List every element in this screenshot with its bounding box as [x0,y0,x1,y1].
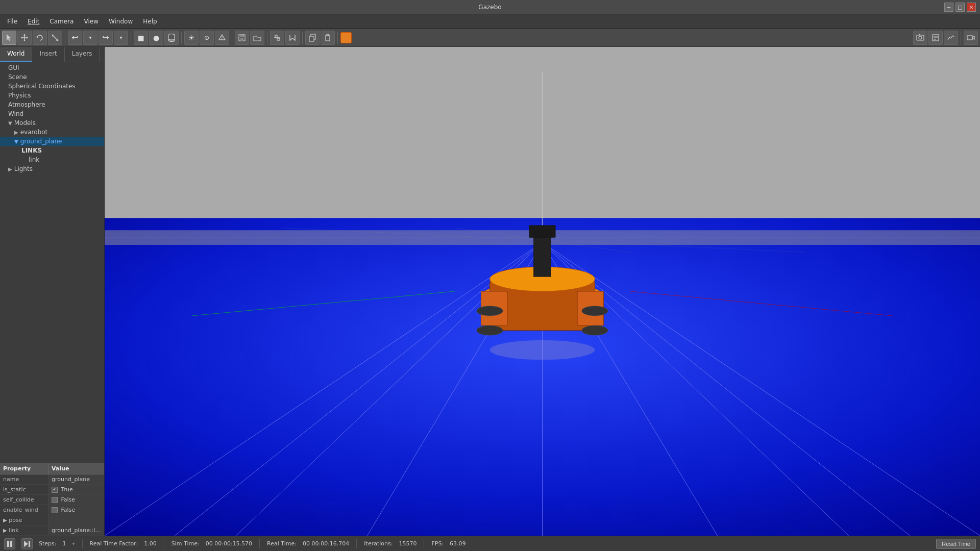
menu-file[interactable]: File [2,16,22,27]
translate-tool-button[interactable] [17,31,32,45]
tree-item-wind[interactable]: Wind [0,109,104,118]
sim-time-value: 00 00:00:15.570 [206,540,252,547]
rtf-label: Real Time Factor: [90,540,138,547]
menu-view[interactable]: View [79,16,103,27]
tree-item-models[interactable]: ▼ Models [0,118,104,128]
app-title: Gazebo [478,4,501,11]
steps-label: Steps: [39,540,56,547]
tree-item-links[interactable]: LINKS [0,146,104,155]
toolbar-separator-3 [181,32,182,44]
is-static-checkbox[interactable] [52,487,58,493]
menu-edit[interactable]: Edit [22,16,44,27]
real-time-value: 00 00:00:16.704 [303,540,349,547]
svg-rect-75 [10,541,12,547]
minimize-button[interactable]: ─ [944,3,953,12]
close-button[interactable]: ✕ [967,3,976,12]
status-sep-1 [82,539,83,548]
scene-svg [105,47,980,536]
property-panel: Property Value name ground_plane is_stat… [0,463,104,536]
3d-viewport[interactable] [105,47,980,536]
tree-item-ground-plane[interactable]: ▼ ground_plane [0,137,104,146]
svg-rect-30 [919,34,920,35]
svg-marker-3 [23,40,26,41]
tab-layers[interactable]: Layers [65,47,100,62]
screenshot-button[interactable] [913,31,927,45]
svg-point-71 [490,340,595,360]
align-button[interactable] [270,31,284,45]
sun-button[interactable]: ☀ [184,31,199,45]
menu-camera[interactable]: Camera [44,16,79,27]
box-button[interactable]: ■ [134,31,148,45]
svg-point-29 [919,36,922,39]
property-col-header: Property [0,463,48,474]
value-col-header: Value [48,463,104,474]
joint-button[interactable]: ⊕ [200,31,214,45]
rotate-tool-button[interactable] [33,31,47,45]
select-tool-button[interactable] [2,31,16,45]
maximize-button[interactable]: □ [955,3,965,12]
svg-point-12 [168,39,175,41]
tree-item-spherical[interactable]: Spherical Coordinates [0,82,104,91]
real-time-label: Real Time: [267,540,297,547]
tab-world[interactable]: World [0,47,32,62]
toolbar-separator-2 [131,32,131,44]
main-layout: World Insert Layers GUI Scene Spherical … [0,47,980,536]
property-row-pose[interactable]: ▶ pose [0,515,104,525]
svg-rect-27 [327,34,329,36]
step-button[interactable] [21,538,33,549]
rtf-value: 1.00 [144,540,157,547]
menubar: File Edit Camera View Window Help [0,14,980,29]
reset-time-button[interactable]: Reset Time [936,539,976,549]
tree-item-physics[interactable]: Physics [0,91,104,100]
tab-bar: World Insert Layers [0,47,104,62]
svg-rect-18 [240,38,243,41]
sphere-button[interactable]: ● [149,31,163,45]
svg-rect-23 [277,38,280,40]
snap-button[interactable] [285,31,300,45]
world-tree: GUI Scene Spherical Coordinates Physics … [0,62,104,463]
menu-window[interactable]: Window [104,16,138,27]
titlebar: Gazebo ─ □ ✕ [0,0,980,14]
redo-dropdown[interactable]: ▾ [114,31,128,45]
tree-item-scene[interactable]: Scene [0,72,104,82]
plot-button[interactable] [944,31,958,45]
tree-item-atmosphere[interactable]: Atmosphere [0,100,104,109]
tree-item-lights[interactable]: ▶ Lights [0,164,104,173]
mesh-button[interactable] [215,31,229,45]
property-row-name: name ground_plane [0,474,104,485]
iterations-value: 15570 [399,540,416,547]
paste-button[interactable] [321,31,335,45]
tab-insert[interactable]: Insert [32,47,64,62]
statusbar: Steps: 1 ▾ Real Time Factor: 1.00 Sim Ti… [0,536,980,551]
self-collide-checkbox[interactable] [52,497,58,503]
tree-item-link[interactable]: link [0,155,104,164]
enable-wind-checkbox[interactable] [52,507,58,513]
property-row-link[interactable]: ▶ link ground_plane::link [0,525,104,536]
video-record-button[interactable] [964,31,978,45]
save-world-button[interactable] [235,31,249,45]
redo-button[interactable]: ↪ [99,31,113,45]
window-controls: ─ □ ✕ [944,0,976,14]
undo-button[interactable]: ↩ [68,31,82,45]
menu-help[interactable]: Help [138,16,162,27]
tree-item-gui[interactable]: GUI [0,63,104,72]
svg-rect-66 [529,226,555,238]
scale-tool-button[interactable] [48,31,62,45]
open-world-button[interactable] [250,31,264,45]
status-sep-3 [259,539,260,548]
pause-button[interactable] [4,538,15,549]
copy-button[interactable] [305,31,320,45]
cylinder-button[interactable] [164,31,179,45]
toolbar: ↩ ▾ ↪ ▾ ■ ● ☀ ⊕ [0,29,980,47]
status-sep-2 [164,539,164,548]
undo-dropdown[interactable]: ▾ [83,31,97,45]
toolbar-separator-7 [337,32,338,44]
status-sep-5 [424,539,424,548]
status-sep-4 [356,539,357,548]
record-button[interactable] [340,32,352,43]
property-row-is-static: is_static True [0,485,104,495]
svg-point-67 [477,325,503,335]
svg-rect-35 [967,36,972,40]
log-button[interactable] [928,31,943,45]
tree-item-evarobot[interactable]: ▶ evarobot [0,128,104,137]
